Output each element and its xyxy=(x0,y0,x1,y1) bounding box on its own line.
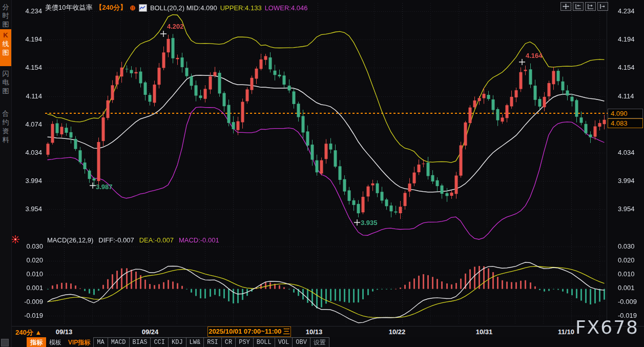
chart-app-window: 分时图 K线图 闪电图 合约资料 美债10年收益率 【240分】 ⊕ BOLL(… xyxy=(0,0,644,347)
boll-lower-legend: LOWER:4.046 xyxy=(265,4,308,12)
price-axis-label: 4.234 xyxy=(17,7,42,15)
date-tick: 10/13 xyxy=(306,328,323,336)
macd-axis-label: 0.001 xyxy=(618,284,644,292)
low-price-annotation: 3.935 xyxy=(361,219,378,227)
macd-axis-label: -0.009 xyxy=(618,298,644,305)
instrument-title: 美债10年收益率 xyxy=(45,3,92,12)
price-axis-label: 3.994 xyxy=(17,177,42,185)
boll-legend: BOLL(20,2) MID:4.090 xyxy=(150,4,217,12)
indicator-psy-button[interactable]: PSY xyxy=(235,337,254,347)
period-selector[interactable]: 240分 ▲ xyxy=(15,328,41,337)
indicator-boll-button[interactable]: BOLL xyxy=(253,337,275,347)
zoom-out-icon[interactable] xyxy=(573,2,584,11)
macd-diff-value: DIFF:-0.007 xyxy=(98,236,134,244)
indicator-obv-button[interactable]: OBV xyxy=(292,337,310,347)
crosshair-icon[interactable] xyxy=(560,2,571,11)
macd-title: MACD(26,12,9) xyxy=(47,236,93,244)
price-axis-label: 4.074 xyxy=(17,120,42,128)
sidebar-item-timeline-chart[interactable]: 分时图 xyxy=(0,1,11,30)
price-axis-label: 4.034 xyxy=(17,149,42,156)
indicator-kdj-button[interactable]: KDJ xyxy=(168,337,186,347)
sidebar-item-flash-chart[interactable]: 闪电图 xyxy=(0,68,11,97)
macd-axis-label: 0.001 xyxy=(14,284,43,292)
sidebar-item-label: 合约资料 xyxy=(3,110,9,144)
period-label: 【240分】 xyxy=(95,3,127,12)
price-axis-label: 4.154 xyxy=(618,64,642,71)
indicator-lw-button[interactable]: LW& xyxy=(186,337,204,347)
macd-axis-label: 0.010 xyxy=(618,270,644,278)
tab-vip-indicators[interactable]: VIP指标 xyxy=(65,337,94,347)
pan-right-icon[interactable] xyxy=(597,2,608,11)
candlestick-chart-canvas[interactable] xyxy=(0,0,644,326)
settings-button[interactable]: 设置 xyxy=(310,337,329,347)
chart-thumbnail-icon[interactable] xyxy=(139,4,147,12)
indicator-rsi-button[interactable]: RSI xyxy=(203,337,222,347)
price-axis-label: 4.194 xyxy=(618,35,642,43)
macd-hist-value: MACD:-0.001 xyxy=(179,236,219,244)
sidebar-item-label: K xyxy=(3,31,8,39)
date-tick: 10/31 xyxy=(476,328,493,336)
high-price-annotation: 4.164 xyxy=(526,52,543,59)
chart-header: 美债10年收益率 【240分】 ⊕ BOLL(20,2) MID:4.090 U… xyxy=(45,3,307,12)
indicator-cr-button[interactable]: CR xyxy=(221,337,236,347)
indicator-vol-button[interactable]: VOL xyxy=(275,337,293,347)
left-sidebar: 分时图 K线图 闪电图 合约资料 xyxy=(0,0,12,347)
sidebar-item-label: 闪电图 xyxy=(3,70,9,95)
high-price-annotation: 4.202 xyxy=(167,23,184,30)
macd-axis-label: 0.030 xyxy=(618,242,644,250)
price-axis-label: 3.954 xyxy=(17,205,42,213)
boll-upper-legend: UPPER:4.133 xyxy=(220,4,262,12)
price-axis-label: 4.234 xyxy=(618,7,642,15)
macd-axis-label: -0.019 xyxy=(14,312,43,319)
app-grid-icon[interactable] xyxy=(1,339,9,346)
macd-legend: MACD(26,12,9) DIFF:-0.007 DEA:-0.007 MAC… xyxy=(47,236,219,244)
boll-mid-price-tag: 4.090 xyxy=(608,109,643,118)
date-tick: 09/13 xyxy=(56,328,73,336)
chart-tool-icons xyxy=(560,2,608,11)
sidebar-item-label: 分时图 xyxy=(3,3,9,28)
crosshair-time-label: 2025/10/01 07:00~11:00 三 xyxy=(207,326,291,337)
macd-axis-label: 0.010 xyxy=(14,270,43,278)
macd-axis-label: 0.020 xyxy=(14,256,43,264)
price-axis-label: 4.114 xyxy=(618,92,642,100)
sidebar-item-kline-chart[interactable]: K线图 xyxy=(0,29,11,66)
tab-indicators[interactable]: 指标 xyxy=(27,337,46,347)
price-axis-label: 4.194 xyxy=(17,35,42,43)
indicator-toolbar: 指标 模板 VIP指标 MA MACD BIAS CCI KDJ LW& RSI… xyxy=(27,337,329,347)
zoom-in-icon[interactable] xyxy=(585,2,596,11)
time-axis: 240分 ▲ 09/13 09/24 10/13 10/22 10/31 11/… xyxy=(0,326,644,337)
last-price-tag: 4.083 xyxy=(608,118,643,128)
macd-axis-label: 0.020 xyxy=(618,256,644,264)
price-axis-label: 4.034 xyxy=(618,149,642,156)
brand-watermark: FX678 xyxy=(575,317,639,338)
add-indicator-icon[interactable]: ⊕ xyxy=(130,4,136,12)
low-price-annotation: 3.987 xyxy=(96,183,113,191)
sidebar-item-contract-info[interactable]: 合约资料 xyxy=(0,108,11,146)
indicator-marker-icon[interactable] xyxy=(11,235,20,244)
price-axis-label: 3.994 xyxy=(618,177,642,185)
price-axis-label: 3.954 xyxy=(618,205,642,213)
macd-axis-label: -0.009 xyxy=(14,298,43,305)
price-axis-label: 4.154 xyxy=(17,64,42,71)
sidebar-item-label: 线图 xyxy=(3,40,9,56)
indicator-macd-button[interactable]: MACD xyxy=(108,337,130,347)
macd-dea-value: DEA:-0.007 xyxy=(139,236,174,244)
indicator-bias-button[interactable]: BIAS xyxy=(129,337,151,347)
indicator-ma-button[interactable]: MA xyxy=(93,337,108,347)
date-tick: 09/24 xyxy=(142,328,159,336)
date-tick: 11/10 xyxy=(558,328,574,336)
tab-templates[interactable]: 模板 xyxy=(46,337,65,347)
indicator-cci-button[interactable]: CCI xyxy=(150,337,169,347)
price-axis-label: 4.114 xyxy=(17,92,42,100)
date-tick: 10/22 xyxy=(389,328,406,336)
